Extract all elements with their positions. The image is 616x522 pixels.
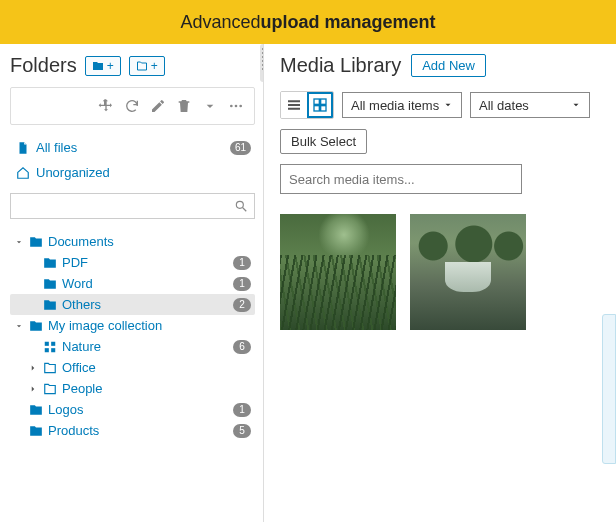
filters-row: All media items All dates <box>280 91 608 119</box>
folders-title: Folders <box>10 54 77 77</box>
chevron-down-icon <box>571 100 581 110</box>
subfolder-plus-icon <box>136 60 148 72</box>
folder-search[interactable] <box>10 193 255 219</box>
tree-label: Products <box>48 423 99 438</box>
chevron-down-icon <box>443 100 453 110</box>
svg-rect-12 <box>321 106 326 111</box>
svg-rect-9 <box>314 99 319 104</box>
folder-icon <box>29 424 43 438</box>
chevron-down-icon <box>14 237 24 247</box>
tree-documents[interactable]: Documents <box>10 231 255 252</box>
drag-ghost <box>602 314 616 464</box>
tree-label: Office <box>62 360 96 375</box>
svg-rect-10 <box>321 99 326 104</box>
chevron-right-icon <box>28 384 38 394</box>
folder-icon <box>29 403 43 417</box>
filter-type-select[interactable]: All media items <box>342 92 462 118</box>
tree-pdf[interactable]: PDF 1 <box>10 252 255 273</box>
add-new-button[interactable]: Add New <box>411 54 486 77</box>
filter-date-select[interactable]: All dates <box>470 92 590 118</box>
banner-text-bold: upload management <box>261 12 436 33</box>
tree-products[interactable]: Products 5 <box>10 420 255 441</box>
media-header: Media Library Add New <box>280 54 608 77</box>
svg-rect-8 <box>51 348 55 352</box>
svg-rect-6 <box>51 341 55 345</box>
chevron-right-icon <box>28 363 38 373</box>
new-folder-button[interactable]: + <box>85 56 121 76</box>
tree-label: PDF <box>62 255 88 270</box>
count-badge: 1 <box>233 403 251 417</box>
count-badge: 6 <box>233 340 251 354</box>
svg-rect-7 <box>45 348 49 352</box>
file-icon <box>16 141 30 155</box>
count-badge: 2 <box>233 298 251 312</box>
bulk-select-button[interactable]: Bulk Select <box>280 129 367 154</box>
folder-search-input[interactable] <box>17 199 234 214</box>
tree-label: Others <box>62 297 101 312</box>
svg-point-0 <box>230 105 233 108</box>
search-icon <box>234 199 248 213</box>
tree-others[interactable]: Others 2 <box>10 294 255 315</box>
folder-icon <box>43 382 57 396</box>
new-subfolder-button[interactable]: + <box>129 56 165 76</box>
grid-icon <box>312 97 328 113</box>
list-view-button[interactable] <box>281 92 307 118</box>
folder-icon <box>43 361 57 375</box>
home-icon <box>16 166 30 180</box>
tree-label: Documents <box>48 234 114 249</box>
tree-label: My image collection <box>48 318 162 333</box>
svg-point-1 <box>235 105 238 108</box>
tree-label: Logos <box>48 402 83 417</box>
grid-view-button[interactable] <box>307 92 333 118</box>
rename-icon[interactable] <box>150 98 166 114</box>
folder-tree: Documents PDF 1 Word 1 Others 2 <box>10 231 255 441</box>
refresh-icon[interactable] <box>124 98 140 114</box>
banner-text-light: Advanced <box>180 12 260 33</box>
chevron-down-icon[interactable] <box>202 98 218 114</box>
sidebar: Folders + + All files 61 <box>0 44 264 522</box>
media-thumbnail[interactable] <box>280 214 396 330</box>
app-body: Folders + + All files 61 <box>0 44 616 522</box>
banner: Advanced upload management <box>0 0 616 44</box>
move-icon[interactable] <box>98 98 114 114</box>
all-files-label: All files <box>36 140 77 155</box>
media-search[interactable] <box>280 164 522 194</box>
media-thumbnail[interactable] <box>410 214 526 330</box>
folder-icon <box>43 298 57 312</box>
tree-word[interactable]: Word 1 <box>10 273 255 294</box>
list-icon <box>286 97 302 113</box>
count-badge: 1 <box>233 256 251 270</box>
tree-my-image-collection[interactable]: My image collection <box>10 315 255 336</box>
tree-office[interactable]: Office <box>10 357 255 378</box>
trash-icon[interactable] <box>176 98 192 114</box>
view-toggle <box>280 91 334 119</box>
tree-nature[interactable]: Nature 6 <box>10 336 255 357</box>
svg-rect-5 <box>45 341 49 345</box>
media-search-input[interactable] <box>289 172 513 187</box>
more-icon[interactable] <box>228 98 244 114</box>
count-badge: 1 <box>233 277 251 291</box>
tree-label: Word <box>62 276 93 291</box>
tree-logos[interactable]: Logos 1 <box>10 399 255 420</box>
tree-label: Nature <box>62 339 101 354</box>
folder-icon <box>43 277 57 291</box>
tree-people[interactable]: People <box>10 378 255 399</box>
all-files-row[interactable]: All files 61 <box>10 137 255 158</box>
thumbnail-grid <box>280 214 608 330</box>
media-title: Media Library <box>280 54 401 77</box>
filter-date-label: All dates <box>479 98 529 113</box>
svg-line-4 <box>243 208 247 212</box>
unorganized-row[interactable]: Unorganized <box>10 162 255 183</box>
svg-rect-11 <box>314 106 319 111</box>
folder-toolbar <box>10 87 255 125</box>
all-files-count: 61 <box>230 141 251 155</box>
unorganized-label: Unorganized <box>36 165 110 180</box>
folder-icon <box>29 235 43 249</box>
tree-label: People <box>62 381 102 396</box>
folder-icon <box>29 319 43 333</box>
svg-point-2 <box>239 105 242 108</box>
filter-type-label: All media items <box>351 98 439 113</box>
folders-header: Folders + + <box>10 54 255 77</box>
new-subfolder-plus: + <box>151 59 158 73</box>
count-badge: 5 <box>233 424 251 438</box>
